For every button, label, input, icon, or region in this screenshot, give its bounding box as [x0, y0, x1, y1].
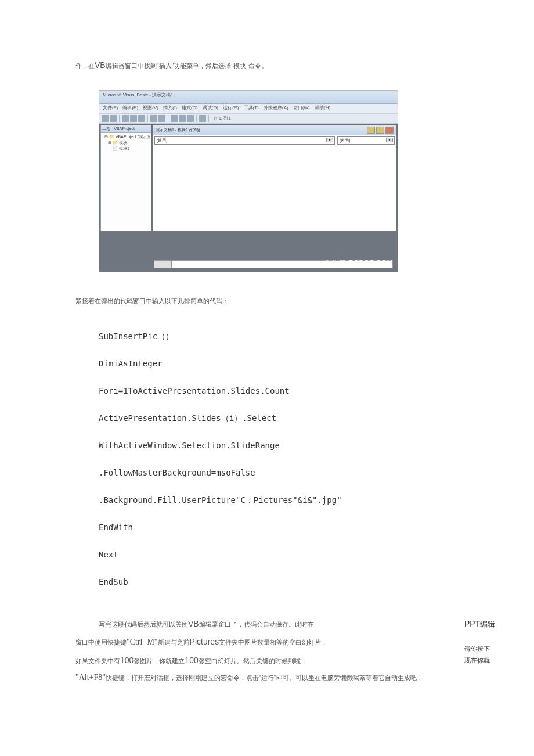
code-line: ActivePresentation.Slides（i）.Select — [99, 412, 435, 424]
menu-help: 帮助(H) — [315, 105, 330, 110]
text-shortcut: "Alt+F8" — [75, 673, 106, 682]
intro2-paragraph: 紧接着在弹出的代码窗口中输入以下几排简单的代码： — [75, 296, 459, 307]
object-dropdown: (通用) — [154, 136, 335, 145]
text: 如果文件夹中有 — [75, 657, 120, 664]
menu-view: 视图(V) — [143, 105, 158, 110]
right-float1: PPT编辑 — [464, 615, 517, 633]
text: 快捷键，打开宏对话框，选择刚刚建立的宏命令，点击"运行"即可。可以坐在电脑旁懒懒… — [106, 674, 423, 681]
menu-file: 文件(F) — [103, 105, 118, 110]
close-icon — [385, 127, 394, 134]
menu-window: 窗口(W) — [293, 105, 310, 110]
tree-item: ⊟ 📁 VBAProject (演示文稿 — [102, 134, 150, 140]
window-buttons — [367, 127, 394, 134]
code-line: .FollowMasterBackground=msoFalse — [99, 467, 435, 479]
text: 写完这段代码后然后就可以关闭 — [99, 621, 188, 628]
bottom-line1: 写完这段代码后然后就可以关闭VB编辑器窗口了，代码会自动保存。此时在 — [75, 615, 459, 633]
toolbar-icon — [171, 115, 178, 122]
bottom-paragraph: 写完这段代码后然后就可以关闭VB编辑器窗口了，代码会自动保存。此时在 PPT编辑… — [75, 615, 459, 687]
text: 张空白幻灯片。然后关键的时候到啦！ — [199, 657, 307, 664]
tree-item: ⊟ 📁 模块 — [102, 140, 150, 146]
toolbar-icon — [150, 115, 157, 122]
code-line: Next — [99, 549, 435, 561]
text-100: 100 — [185, 656, 198, 665]
intro-rest: 编辑器窗口中找到"插入"功能菜单，然后选择"模块"命令。 — [106, 62, 268, 69]
menu-format: 格式(O) — [182, 105, 198, 110]
toolbar-icon — [138, 115, 145, 122]
code-line: DimiAsInteger — [99, 358, 435, 370]
menu-debug: 调试(D) — [203, 105, 218, 110]
menu-edit: 编辑(E) — [122, 105, 138, 110]
toolbar-icon — [187, 115, 194, 122]
toolbar: 行 1, 列 1 — [99, 114, 398, 124]
toolbar-icon — [102, 115, 109, 122]
intro-vb: VB — [95, 60, 106, 70]
toolbar-icon — [158, 115, 165, 122]
text: 窗口中使用快捷键 — [75, 639, 127, 646]
intro-text: 作，在 — [75, 62, 95, 69]
minimize-icon — [367, 127, 375, 134]
text: 编辑 — [480, 620, 495, 628]
code-line: EndWith — [99, 521, 435, 534]
view-tab — [163, 261, 172, 268]
code-dropdowns: (通用) (声明) — [153, 135, 396, 146]
toolbar-position: 行 1, 列 1 — [214, 116, 231, 121]
code-line: EndSub — [99, 576, 435, 588]
text-shortcut: "Ctrl+M" — [127, 638, 158, 646]
toolbar-separator — [168, 115, 168, 122]
screenshot-container: Microsoft Visual Basic - 演示文稿1 文件(F) 编辑(… — [75, 90, 459, 272]
bottom-line4: "Alt+F8"快捷键，打开宏对话框，选择刚刚建立的宏命令，点击"运行"即可。可… — [75, 669, 459, 687]
vb-editor-screenshot: Microsoft Visual Basic - 演示文稿1 文件(F) 编辑(… — [99, 90, 398, 272]
right-float3: 现在你就 — [464, 653, 517, 667]
procedure-dropdown: (声明) — [337, 136, 395, 145]
text: 编辑器窗口了，代码会自动保存。此时在 — [199, 621, 314, 628]
code-line: SubInsertPic（） — [99, 330, 435, 343]
text: 新建与之前 — [158, 639, 190, 646]
toolbar-icon — [199, 115, 206, 122]
code-title-text: 演示文稿1 - 模块1 (代码) — [156, 127, 200, 133]
code-block: SubInsertPic（） DimiAsInteger Fori=1ToAct… — [75, 325, 459, 609]
menu-tools: 工具(T) — [244, 105, 259, 110]
bottom-line2: 窗口中使用快捷键"Ctrl+M"新建与之前Pictures文件夹中图片数量相等的… — [75, 633, 459, 651]
watermark: 泡泡网 PCPOP.COM — [324, 258, 393, 268]
text-ppt: PPT — [464, 619, 480, 628]
menu-run: 运行(R) — [223, 105, 239, 110]
window-title: Microsoft Visual Basic - 演示文稿1 — [99, 91, 398, 104]
text-vb: VB — [188, 619, 199, 628]
text-pictures: Pictures — [190, 637, 219, 646]
code-line: WithActiveWindow.Selection.SlideRange — [99, 440, 435, 452]
text: 张图片，你就建立 — [134, 657, 185, 664]
text-100: 100 — [120, 656, 134, 665]
toolbar-icon — [130, 115, 137, 122]
toolbar-icon — [110, 115, 117, 122]
menu-insert: 插入(I) — [163, 105, 177, 110]
toolbar-separator — [119, 115, 120, 122]
bottom-line3: 如果文件夹中有100张图片，你就建立100张空白幻灯片。然后关键的时候到啦！ — [75, 651, 459, 669]
toolbar-icon — [122, 115, 129, 122]
code-window-title: 演示文稿1 - 模块1 (代码) — [153, 125, 396, 135]
toolbar-separator — [208, 115, 209, 122]
maximize-icon — [376, 127, 384, 134]
tree-title: 工程 - VBAProject — [101, 125, 151, 133]
menu-addins: 外接程序(A) — [264, 105, 288, 110]
toolbar-separator — [196, 115, 197, 122]
tree-item: 📄 模块1 — [102, 146, 150, 152]
menu-bar: 文件(F) 编辑(E) 视图(V) 插入(I) 格式(O) 调试(D) 运行(R… — [99, 104, 398, 114]
intro-paragraph: 作，在VB编辑器窗口中找到"插入"功能菜单，然后选择"模块"命令。 — [75, 58, 459, 73]
toolbar-icon — [179, 115, 186, 122]
code-line: Fori=1ToActivePresentation.Slides.Count — [99, 385, 435, 397]
code-line: .Background.Fill.UserPicture"C：Pictures"… — [99, 494, 435, 506]
toolbar-separator — [147, 115, 148, 122]
view-tab — [154, 261, 163, 268]
text: 文件夹中图片数量相等的空白幻灯片， — [219, 639, 327, 646]
